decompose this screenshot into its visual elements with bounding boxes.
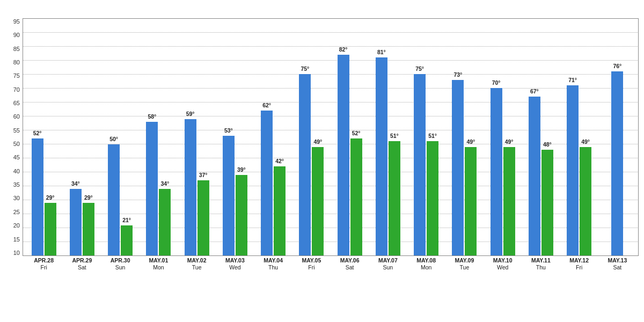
y-axis-label: 30 (13, 195, 20, 201)
tmax-label: 71° (568, 77, 577, 83)
tmax-label: 75° (301, 65, 309, 72)
x-date: MAY.06 (340, 257, 360, 264)
x-axis-label: MAY.07Sun (369, 256, 407, 279)
header-left (8, 5, 16, 13)
bar-group: 59°37° (178, 18, 216, 256)
bar-tmax: 58° (146, 122, 158, 256)
bar-tmin: 48° (541, 150, 553, 256)
bar-tmax: 59° (185, 119, 196, 256)
tmin-label: 29° (46, 194, 55, 201)
bar-tmax: 76° (611, 71, 623, 256)
tmin-label: 49° (505, 138, 514, 145)
x-axis-area: APR.28FriAPR.29SatAPR.30SunMAY.01MonMAY.… (23, 256, 639, 279)
bar-pair: 62°42° (261, 18, 286, 256)
x-day: Sun (115, 264, 126, 270)
y-axis-label: 35 (13, 181, 20, 188)
tmax-label: 67° (530, 88, 539, 94)
tmax-label: 53° (224, 127, 233, 134)
x-date: MAY.07 (378, 257, 398, 264)
x-day: Sat (613, 264, 621, 270)
x-date: MAY.12 (569, 257, 589, 264)
bar-tmax: 53° (223, 136, 235, 256)
bar-group: 82°52° (331, 18, 369, 256)
x-date: MAY.01 (149, 257, 168, 264)
tmin-label: 48° (543, 141, 552, 148)
chart-header (5, 5, 639, 13)
x-day: Sun (383, 264, 393, 270)
x-date: MAY.02 (187, 257, 207, 264)
bar-group: 53°39° (216, 18, 254, 256)
bar-tmin: 29° (45, 203, 56, 256)
bar-tmin: 37° (197, 180, 209, 256)
bar-group: 52°29° (25, 18, 63, 256)
x-day: Fri (41, 264, 47, 270)
bar-group: 81°51° (369, 18, 407, 256)
y-axis-label: 85 (13, 46, 20, 52)
y-axis-label: 15 (13, 236, 20, 243)
tmax-label: 58° (148, 113, 156, 120)
x-date: MAY.13 (608, 257, 627, 264)
bar-tmin: 51° (427, 141, 438, 256)
tmin-label: 21° (122, 217, 131, 223)
x-axis-label: MAY.10Wed (484, 256, 522, 279)
tmax-label: 70° (492, 79, 501, 86)
tmin-label: 51° (428, 133, 437, 139)
bar-tmin: 49° (580, 147, 591, 256)
x-date: APR.29 (72, 257, 92, 264)
bar-group: 76° (598, 18, 636, 256)
y-axis-label: 75 (13, 72, 20, 79)
y-axis-label: 80 (13, 59, 20, 65)
x-axis-label: APR.29Sat (63, 256, 101, 279)
x-day: Fri (308, 264, 314, 270)
x-date: MAY.05 (302, 257, 321, 264)
bar-group: 67°48° (522, 18, 560, 256)
bar-tmax: 81° (376, 57, 387, 256)
bar-tmin: 49° (503, 147, 515, 256)
chart-inner: 52°29°34°29°50°21°58°34°59°37°53°39°62°4… (23, 16, 639, 279)
x-day: Sat (346, 264, 354, 270)
x-axis-label: MAY.05Fri (292, 256, 331, 279)
bar-tmax: 71° (567, 85, 579, 256)
tmin-label: 49° (466, 138, 475, 145)
chart-area: 959085807570656055504540353025201510 52°… (5, 16, 639, 279)
tmax-label: 73° (453, 71, 462, 78)
x-axis-label: MAY.08Mon (407, 256, 445, 279)
x-date: APR.28 (34, 257, 54, 264)
y-axis-label: 95 (13, 18, 20, 25)
bar-group: 71°49° (560, 18, 598, 256)
bar-tmin: 52° (350, 138, 362, 256)
tmin-label: 39° (237, 166, 246, 173)
bar-pair: 71°49° (567, 18, 591, 256)
bar-pair: 59°37° (185, 18, 209, 256)
x-axis-label: MAY.06Sat (331, 256, 369, 279)
x-date: APR.30 (111, 257, 130, 264)
x-date: MAY.03 (225, 257, 245, 264)
bar-pair: 50°21° (108, 18, 133, 256)
y-axis-label: 50 (13, 141, 20, 147)
bar-tmax: 52° (32, 138, 43, 256)
x-day: Sat (78, 264, 86, 270)
bar-pair: 73°49° (452, 18, 477, 256)
x-axis-label: MAY.03Wed (216, 256, 254, 279)
tmin-label: 34° (160, 180, 169, 187)
x-axis-label: MAY.11Thu (522, 256, 560, 279)
tmin-label: 37° (199, 172, 208, 178)
tmax-label: 59° (186, 111, 195, 117)
bar-tmax: 82° (338, 55, 349, 256)
bar-pair: 75°49° (299, 18, 324, 256)
bar-pair: 67°48° (529, 18, 553, 256)
bar-pair: 75°51° (414, 18, 438, 256)
x-day: Tue (192, 264, 202, 270)
x-day: Thu (536, 264, 546, 270)
y-axis-label: 45 (13, 154, 20, 160)
bar-pair: 53°39° (223, 18, 247, 256)
x-axis-label: APR.28Fri (25, 256, 63, 279)
bar-group: 62°42° (254, 18, 292, 256)
bar-tmax: 67° (529, 97, 540, 256)
x-date: MAY.10 (493, 257, 513, 264)
y-axis-label: 65 (13, 100, 20, 106)
y-axis-label: 40 (13, 168, 20, 174)
tmax-label: 81° (377, 49, 386, 55)
y-axis-label: 60 (13, 113, 20, 120)
bar-group: 75°49° (292, 18, 331, 256)
